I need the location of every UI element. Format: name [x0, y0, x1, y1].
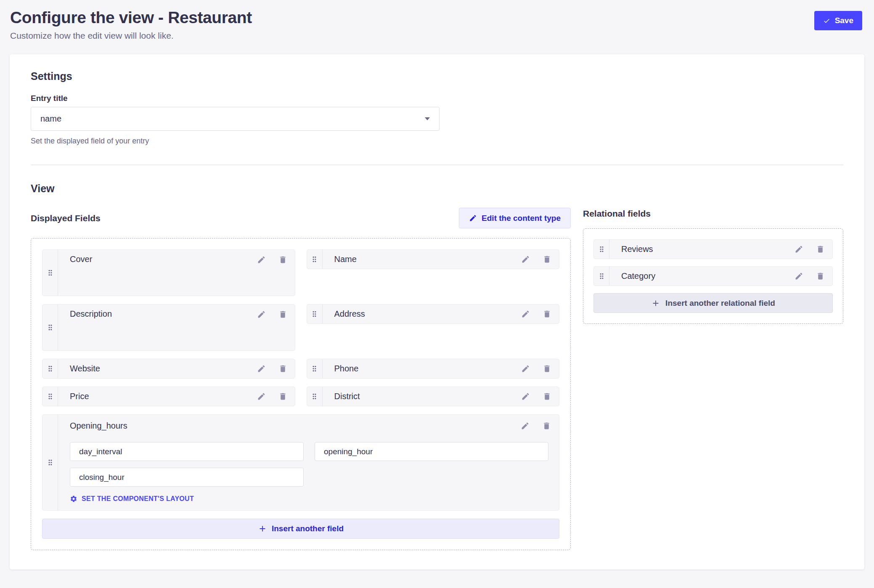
field-card-opening-hours[interactable]: Opening_hours day_interval opening [42, 414, 559, 511]
delete-field-button[interactable] [542, 254, 552, 265]
drag-handle[interactable] [594, 240, 609, 259]
field-card-phone[interactable]: Phone [307, 359, 560, 379]
delete-field-button[interactable] [278, 391, 288, 402]
field-card-body: District [323, 387, 559, 406]
fields-grid: Cover [42, 249, 559, 539]
edit-field-button[interactable] [520, 363, 531, 374]
delete-field-button[interactable] [541, 421, 552, 431]
field-label: Cover [70, 254, 256, 264]
drag-handle[interactable] [307, 387, 323, 406]
edit-content-type-label: Edit the content type [482, 214, 561, 223]
edit-field-button[interactable] [794, 244, 804, 254]
delete-field-button[interactable] [542, 363, 552, 374]
displayed-fields-label: Displayed Fields [31, 213, 101, 223]
edit-field-button[interactable] [256, 363, 267, 374]
main-card: Settings Entry title name Set the displa… [10, 54, 864, 569]
field-label: Price [70, 392, 256, 401]
field-card-website[interactable]: Website [42, 359, 295, 379]
trash-icon [543, 255, 551, 264]
drag-handle[interactable] [307, 250, 323, 269]
field-actions [794, 244, 826, 254]
relational-field-card-reviews[interactable]: Reviews [593, 239, 833, 259]
delete-field-button[interactable] [542, 391, 552, 402]
field-card-body: Phone [323, 359, 559, 378]
drag-dots-icon [310, 310, 318, 318]
relational-field-card-category[interactable]: Category [593, 266, 833, 286]
insert-another-field-button[interactable]: Insert another field [42, 519, 559, 539]
delete-field-button[interactable] [815, 244, 826, 254]
subfield-day-interval[interactable]: day_interval [70, 442, 304, 461]
pencil-icon [795, 272, 803, 281]
drag-dots-icon [310, 392, 318, 400]
edit-field-button[interactable] [794, 271, 804, 281]
drag-handle[interactable] [42, 305, 58, 350]
delete-field-button[interactable] [542, 309, 552, 319]
delete-field-button[interactable] [815, 271, 826, 281]
relational-fields-column: Relational fields Reviews [583, 208, 843, 324]
check-icon [823, 17, 830, 24]
field-actions [520, 309, 552, 319]
delete-field-button[interactable] [278, 363, 288, 374]
trash-icon [542, 421, 551, 430]
drag-handle[interactable] [594, 267, 609, 286]
insert-another-relational-field-label: Insert another relational field [665, 299, 775, 308]
subfield-opening-hour[interactable]: opening_hour [315, 442, 548, 461]
drag-handle[interactable] [42, 387, 58, 406]
field-card-cover[interactable]: Cover [42, 249, 295, 296]
field-card-description[interactable]: Description [42, 304, 295, 351]
subfield-closing-hour[interactable]: closing_hour [70, 468, 304, 487]
drag-handle[interactable] [42, 359, 58, 378]
field-card-address[interactable]: Address [307, 304, 560, 324]
edit-field-button[interactable] [256, 391, 267, 402]
field-card-price[interactable]: Price [42, 387, 295, 406]
field-actions [520, 254, 552, 265]
drag-handle[interactable] [42, 250, 58, 296]
edit-content-type-button[interactable]: Edit the content type [459, 208, 571, 228]
edit-field-button[interactable] [520, 421, 530, 431]
pencil-icon [521, 310, 530, 318]
component-header: Opening_hours [70, 421, 552, 431]
save-button[interactable]: Save [814, 11, 862, 30]
field-actions [520, 363, 552, 374]
field-actions [520, 391, 552, 402]
component-body: Opening_hours day_interval opening [58, 415, 559, 510]
edit-field-button[interactable] [256, 254, 267, 265]
delete-field-button[interactable] [278, 309, 288, 320]
field-actions [256, 254, 288, 265]
field-card-district[interactable]: District [307, 387, 560, 406]
trash-icon [543, 364, 551, 373]
relational-fields-dropzone: Reviews Category [583, 228, 843, 324]
drag-dots-icon [310, 365, 318, 373]
page-title: Configure the view - Restaurant [10, 8, 252, 27]
delete-field-button[interactable] [278, 254, 288, 265]
trash-icon [278, 310, 287, 319]
insert-another-relational-field-button[interactable]: Insert another relational field [593, 293, 833, 313]
edit-field-button[interactable] [256, 309, 267, 320]
edit-field-button[interactable] [520, 254, 531, 265]
field-card-body: Website [58, 359, 295, 378]
field-label: District [334, 392, 521, 401]
field-label: Reviews [621, 244, 794, 254]
field-card-name[interactable]: Name [307, 249, 560, 269]
pencil-icon [795, 245, 803, 254]
drag-handle[interactable] [307, 359, 323, 378]
drag-handle[interactable] [42, 415, 58, 510]
set-component-layout-link[interactable]: SET THE COMPONENT'S LAYOUT [70, 495, 194, 503]
field-label: Opening_hours [70, 421, 520, 431]
entry-title-select[interactable]: name [31, 107, 440, 131]
edit-field-button[interactable] [520, 391, 531, 402]
view-columns: Displayed Fields Edit the content type [31, 208, 843, 550]
view-heading: View [31, 183, 843, 195]
drag-handle[interactable] [307, 305, 323, 323]
pencil-icon [257, 364, 266, 373]
drag-dots-icon [598, 245, 606, 253]
pencil-icon [257, 310, 266, 319]
pencil-icon [521, 255, 530, 264]
edit-field-button[interactable] [520, 309, 531, 319]
field-card-body: Description [58, 305, 295, 350]
trash-icon [816, 272, 825, 281]
pencil-icon [469, 214, 477, 222]
field-label: Website [70, 364, 256, 373]
drag-dots-icon [310, 255, 318, 263]
drag-dots-icon [46, 269, 54, 277]
